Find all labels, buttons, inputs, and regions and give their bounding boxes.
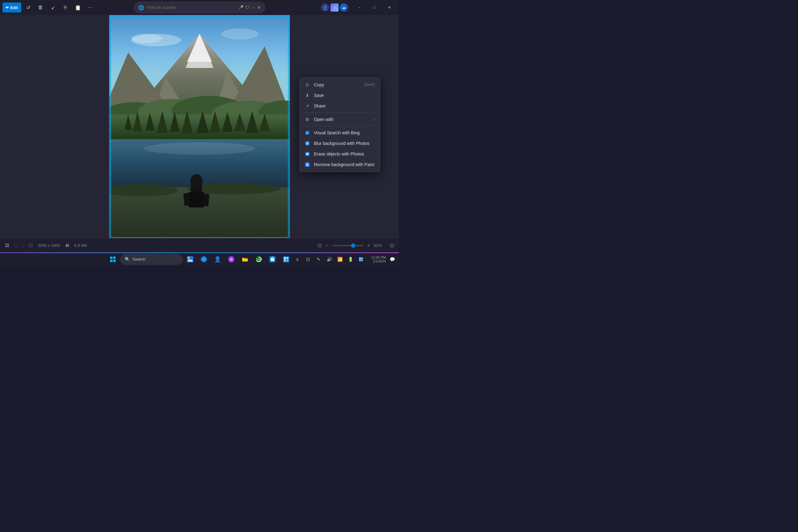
svg-rect-56 — [113, 260, 116, 262]
toolbar: ✏ Edit ↺ 🗑 ↙ ⎘ 📋 ··· — [2, 2, 96, 13]
mountain-svg — [110, 15, 289, 239]
menu-divider-1 — [300, 113, 380, 113]
onedrive-icon[interactable]: ☁ — [340, 3, 348, 12]
share-label: Share — [314, 103, 325, 109]
share-menu-icon: ↗ — [305, 103, 310, 109]
save-label: Save — [314, 93, 324, 98]
zoom-in-icon[interactable]: + — [367, 243, 370, 248]
snip-tray-icon[interactable] — [357, 255, 365, 264]
close-button[interactable]: ✕ — [382, 2, 397, 13]
screenshot-image[interactable] — [109, 15, 290, 239]
minimize-button[interactable]: − — [352, 2, 366, 13]
svg-rect-81 — [359, 260, 361, 261]
clock: 12:00 PM 1/1/2024 — [367, 255, 386, 263]
zoom-out-icon[interactable]: − — [325, 243, 328, 248]
separator-1: | — [23, 243, 24, 248]
svg-rect-80 — [361, 258, 363, 259]
notification-icon[interactable]: 💬 — [388, 255, 397, 264]
blur-bg-icon — [305, 140, 310, 146]
menu-item-erase-obj[interactable]: Erase objects with Photos — [300, 149, 380, 159]
info-icon: ⓘ — [29, 243, 33, 248]
svg-rect-77 — [286, 260, 288, 262]
taskbar-profile-app[interactable]: 👤 — [211, 253, 224, 266]
blur-bg-label: Blur background with Photos — [314, 141, 369, 146]
svg-text:B: B — [306, 131, 308, 135]
taskbar-snip-app[interactable] — [280, 253, 292, 266]
share-button[interactable]: 📋 — [72, 2, 83, 13]
status-bar: 🖼 ♡ | ⓘ 3000 x 2000 🖬 6.9 MB ⊡ − + 62% ⊡ — [0, 239, 399, 252]
cloud-icon: ☁ — [342, 5, 346, 10]
extensions-icon[interactable]: 🛡 — [245, 5, 250, 10]
collections-icon[interactable]: ☆ — [330, 3, 339, 12]
taskbar-gradient — [0, 252, 399, 253]
zoom-percent: 62% — [374, 243, 386, 248]
taskbar-store-app[interactable] — [266, 253, 279, 266]
context-menu: ⎘ Copy Ctrl+C ⬇ Save ↗ Share ⊞ Open with… — [299, 77, 380, 172]
battery-icon[interactable]: 🔋 — [346, 255, 355, 264]
menu-item-share[interactable]: ↗ Share — [300, 101, 380, 111]
copy-menu-icon: ⎘ — [305, 82, 310, 88]
taskbar-folder-app[interactable] — [239, 253, 251, 266]
favorite-icon[interactable]: ♡ — [14, 243, 18, 248]
fullscreen-icon[interactable]: ⊡ — [318, 243, 322, 248]
taskbar-browser-app[interactable] — [197, 253, 210, 266]
menu-item-visual-search[interactable]: B Visual Search with Bing — [300, 128, 380, 138]
edit-label: Edit — [10, 5, 18, 10]
taskbar-photos-app[interactable] — [184, 253, 196, 266]
menu-item-blur-bg[interactable]: Blur background with Photos — [300, 138, 380, 149]
search-input[interactable] — [147, 5, 236, 10]
pen-icon[interactable]: ✎ — [314, 255, 323, 264]
svg-rect-75 — [286, 257, 288, 259]
delete-button[interactable]: 🗑 — [35, 2, 46, 13]
svg-point-33 — [144, 142, 255, 155]
menu-item-remove-bg[interactable]: Remove background with Paint — [300, 159, 380, 170]
zoom-thumb — [351, 243, 355, 248]
start-button[interactable] — [107, 253, 119, 266]
action-center-icon[interactable]: ⊡ — [304, 255, 312, 264]
svg-point-46 — [307, 143, 308, 144]
svg-rect-68 — [242, 259, 248, 262]
undo-button[interactable]: ↺ — [22, 2, 34, 13]
save-button[interactable]: ↙ — [48, 2, 59, 13]
menu-item-save[interactable]: ⬇ Save — [300, 90, 380, 101]
settings-icon[interactable]: ··· — [251, 5, 255, 10]
more-button[interactable]: ··· — [85, 2, 96, 13]
edit-button[interactable]: ✏ Edit — [2, 2, 21, 13]
close-icon[interactable]: ✕ — [257, 5, 261, 10]
svg-rect-82 — [361, 260, 363, 261]
taskbar: 🔍 Search 👤 — [0, 252, 399, 266]
address-bar[interactable]: 🌐 🎤 🛡 ··· ✕ — [134, 2, 265, 13]
svg-rect-52 — [307, 165, 308, 166]
network-icon[interactable]: 📶 — [336, 255, 344, 264]
taskbar-search[interactable]: 🔍 Search — [120, 254, 183, 265]
maximize-button[interactable]: □ — [367, 2, 382, 13]
menu-item-copy[interactable]: ⎘ Copy Ctrl+C — [300, 79, 380, 90]
date: 1/1/2024 — [367, 259, 386, 263]
profile-icon[interactable]: 👤 — [321, 3, 329, 12]
menu-item-open-with[interactable]: ⊞ Open with › — [300, 114, 380, 125]
svg-rect-79 — [359, 258, 361, 259]
copy-shortcut: Ctrl+C — [364, 82, 375, 87]
search-label: Search — [132, 257, 145, 262]
image-dimensions: 3000 x 2000 — [38, 243, 60, 248]
mic-icon[interactable]: 🎤 — [238, 5, 244, 10]
edit-icon: ✏ — [6, 5, 9, 10]
up-arrow-icon[interactable]: ∧ — [293, 255, 302, 264]
taskbar-edge-app[interactable] — [252, 253, 265, 266]
svg-rect-76 — [284, 260, 286, 262]
erase-obj-icon — [305, 151, 310, 157]
svg-point-38 — [190, 174, 203, 188]
svg-rect-55 — [110, 260, 113, 262]
taskbar-magic-app[interactable]: ✦ — [225, 253, 238, 266]
speakers-icon[interactable]: 🔊 — [325, 255, 334, 264]
zoom-slider[interactable] — [332, 245, 363, 246]
fit-icon[interactable]: ⊡ — [390, 243, 394, 248]
svg-point-59 — [188, 257, 190, 259]
copy-button[interactable]: ⎘ — [60, 2, 71, 13]
title-bar: ✏ Edit ↺ 🗑 ↙ ⎘ 📋 ··· 🌐 🎤 🛡 ··· ✕ 👤 ☆ — [0, 0, 399, 15]
svg-rect-74 — [284, 257, 286, 259]
open-with-label: Open with — [314, 117, 334, 122]
svg-text:✦: ✦ — [230, 258, 232, 261]
collections-star-icon: ☆ — [333, 5, 336, 10]
menu-divider-2 — [300, 126, 380, 126]
